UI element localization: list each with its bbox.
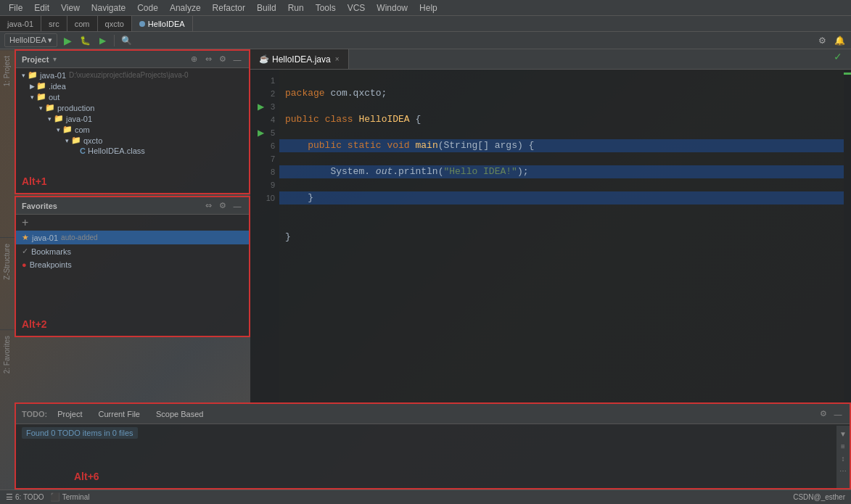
project-panel-settings[interactable]: ⚙ — [217, 54, 229, 65]
favorites-settings[interactable]: ⚙ — [217, 200, 229, 212]
run-button[interactable]: ▶ — [60, 33, 75, 48]
run-arrow-5[interactable]: ▶ — [258, 128, 264, 138]
profile-button[interactable]: 🔍 — [119, 33, 133, 48]
tree-item-root[interactable]: ▾ 📁 java-01 D:\xuexuziproject\ideaProjec… — [16, 70, 249, 80]
tree-item-label: java-01 — [66, 115, 92, 123]
kw-package: package — [285, 88, 325, 99]
todo-close[interactable]: — — [832, 408, 844, 420]
alt2-label: Alt+2 — [22, 318, 47, 330]
terminal-icon: ⬛ — [50, 492, 60, 502]
group-icon[interactable]: ≡ — [838, 441, 848, 451]
project-panel-close[interactable]: — — [231, 54, 243, 65]
fav-item-label: java-01 — [32, 234, 58, 242]
project-panel-split[interactable]: ⇔ — [202, 54, 214, 65]
tree-item-com[interactable]: ▾ 📁 com — [16, 124, 249, 135]
folder-icon: 📁 — [62, 125, 73, 134]
debug-button[interactable]: 🐛 — [78, 33, 92, 48]
status-terminal[interactable]: ⬛ Terminal — [50, 492, 90, 502]
tree-arrow: ▾ — [62, 137, 71, 144]
tree-item-production[interactable]: ▾ 📁 production — [16, 102, 249, 113]
expand-icon[interactable]: ↕ — [838, 453, 848, 463]
favorites-panel-header: Favorites ⇔ ⚙ — — [16, 197, 249, 215]
todo-settings[interactable]: ⚙ — [818, 408, 829, 420]
project-panel: Project ▾ ⊕ ⇔ ⚙ — ▾ 📁 java-01 D:\xuexuzi… — [15, 49, 250, 194]
menu-item-view[interactable]: View — [55, 1, 86, 15]
notifications-button[interactable]: 🔔 — [832, 33, 847, 48]
run-config-dropdown[interactable]: HelloIDEA ▾ — [4, 33, 57, 47]
settings-button[interactable]: ⚙ — [815, 33, 829, 48]
coverage-button[interactable]: ▶ — [95, 33, 110, 48]
tree-item-qxcto[interactable]: ▾ 📁 qxcto — [16, 135, 249, 146]
line-2: 2 — [271, 87, 275, 100]
line-10: 10 — [266, 191, 275, 205]
todo-actions: ⚙ — — [818, 408, 844, 420]
tree-item-idea[interactable]: ▶ 📁 .idea — [16, 80, 249, 91]
editor-tab-helloIDEA[interactable]: ☕ HelloIDEA.java × — [250, 49, 349, 69]
folder-icon: 📁 — [36, 81, 46, 91]
project-tab[interactable]: 1: Project — [0, 49, 15, 92]
structure-tab[interactable]: Z-Structure — [0, 237, 15, 286]
editor-tab-bar: ☕ HelloIDEA.java × — [250, 49, 851, 70]
breadcrumb-tab-qxcto[interactable]: qxcto — [98, 16, 132, 31]
options-icon[interactable]: ⋯ — [838, 466, 848, 476]
tree-arrow: ▾ — [28, 94, 36, 101]
favorites-close[interactable]: — — [231, 200, 243, 212]
project-panel-sync[interactable]: ⊕ — [188, 54, 200, 65]
menu-item-window[interactable]: Window — [371, 1, 414, 15]
favorites-split[interactable]: ⇔ — [202, 200, 214, 212]
menu-item-tools[interactable]: Tools — [310, 1, 342, 15]
tab-close[interactable]: × — [335, 55, 340, 63]
kw-static: static — [348, 140, 382, 151]
menu-item-navigate[interactable]: Navigate — [86, 1, 131, 15]
todo-tab-scope-based[interactable]: Scope Based — [150, 408, 209, 420]
kw-public: public — [285, 114, 319, 125]
menu-item-help[interactable]: Help — [414, 1, 443, 15]
todo-content: Found 0 TODO items in 0 files — [16, 424, 850, 488]
favorites-add[interactable]: + — [16, 215, 249, 231]
line-9: 9 — [271, 178, 275, 191]
todo-tab-current-file[interactable]: Current File — [93, 408, 146, 420]
tree-item-out[interactable]: ▾ 📁 out — [16, 91, 249, 102]
java-file-icon: ☕ — [259, 54, 269, 64]
favorites-panel-actions: ⇔ ⚙ — — [202, 200, 243, 212]
menu-item-file[interactable]: File — [3, 1, 28, 15]
run-config-label: HelloIDEA ▾ — [9, 36, 52, 45]
status-right-label: CSDN@_esther — [793, 493, 845, 501]
project-panel-header: Project ▾ ⊕ ⇔ ⚙ — — [16, 51, 249, 68]
circle-icon: ● — [22, 260, 27, 269]
tree-item-java01[interactable]: ▾ 📁 java-01 — [16, 113, 249, 124]
tree-arrow: ▾ — [19, 72, 28, 79]
favorites-item-bookmarks[interactable]: ✓ Bookmarks — [16, 244, 249, 258]
menu-item-edit[interactable]: Edit — [28, 1, 55, 15]
fav-item-extra: auto-added — [61, 234, 98, 241]
tab-dot — [139, 21, 145, 27]
code-content[interactable]: package com.qxcto; public class HelloIDE… — [279, 70, 844, 402]
menu-item-analyze[interactable]: Analyze — [164, 1, 207, 15]
breadcrumb-tab-java-01[interactable]: java-01 — [0, 16, 41, 31]
line-4: 4 — [271, 113, 275, 126]
menu-item-refactor[interactable]: Refactor — [207, 1, 251, 15]
menu-item-run[interactable]: Run — [282, 1, 310, 15]
folder-icon: 📁 — [45, 103, 55, 112]
filter-icon[interactable]: ▼ — [838, 429, 848, 439]
tree-arrow: ▶ — [28, 83, 36, 90]
folder-icon: 📁 — [36, 92, 46, 102]
status-bar: ☰ 6: TODO ⬛ Terminal CSDN@_esther — [0, 489, 851, 504]
favorites-item-breakpoints[interactable]: ● Breakpoints — [16, 258, 249, 271]
favorites-item-java01[interactable]: ★ java-01 auto-added — [16, 231, 249, 244]
breadcrumb-tab-src[interactable]: src — [41, 16, 67, 31]
todo-tab-project[interactable]: Project — [52, 408, 88, 420]
run-arrow-3[interactable]: ▶ — [258, 102, 264, 112]
menu-item-code[interactable]: Code — [131, 1, 164, 15]
line-3-container: ▶ 3 — [271, 100, 275, 113]
favorites-tab[interactable]: 2: Favorites — [0, 329, 15, 379]
menu-item-build[interactable]: Build — [251, 1, 282, 15]
breadcrumb-tab-com[interactable]: com — [67, 16, 98, 31]
breadcrumb-tab-HelloIDEA[interactable]: HelloIDEA — [132, 16, 193, 31]
tree-item-helloIDEA[interactable]: C HelloIDEA.class — [16, 146, 249, 156]
menu-item-vcs[interactable]: VCS — [342, 1, 371, 15]
todo-side-icons: ▼ ≡ ↕ ⋯ — [836, 426, 850, 488]
status-todo[interactable]: ☰ 6: TODO — [6, 492, 44, 502]
project-panel-title: Project — [22, 55, 49, 64]
line-1: 1 — [271, 74, 275, 87]
